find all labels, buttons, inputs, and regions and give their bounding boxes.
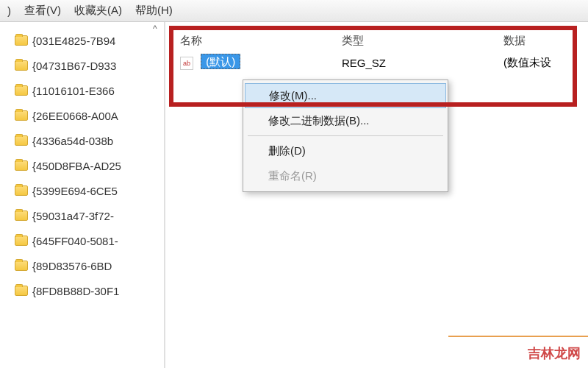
tree-panel: {031E4825-7B94 {04731B67-D933 {11016101-… [0,22,165,368]
tree-item-label: {450D8FBA-AD25 [32,160,121,172]
tree-item[interactable]: {26EE0668-A00A [0,103,164,128]
folder-icon [15,110,28,121]
menubar: ) 查看(V) 收藏夹(A) 帮助(H) [0,0,588,22]
tree-item-label: {89D83576-6BD [32,260,112,272]
string-value-icon: ab [180,57,193,70]
folder-icon [15,210,28,221]
folder-icon [15,286,28,296]
menu-item-delete[interactable]: 删除(D) [245,138,446,163]
menu-help[interactable]: 帮助(H) [135,4,173,18]
tree-item-label: {8FD8B88D-30F1 [32,285,119,297]
tree-item[interactable]: {4336a54d-038b [0,128,164,153]
tree-item[interactable]: {450D8FBA-AD25 [0,153,164,178]
tree-item-label: {26EE0668-A00A [32,110,118,122]
tree-item[interactable]: {031E4825-7B94 [0,28,164,53]
folder-icon [15,35,28,46]
cell-type: REG_SZ [342,57,503,69]
list-row[interactable]: ab (默认) REG_SZ (数值未设 [180,52,588,74]
menu-divider [248,135,443,136]
folder-icon [15,135,28,146]
menu-item-rename: 重命名(R) [245,163,446,188]
context-menu: 修改(M)... 修改二进制数据(B)... 删除(D) 重命名(R) [243,79,448,192]
folder-icon [15,236,28,246]
folder-icon [15,60,28,71]
tree-item[interactable]: {11016101-E366 [0,78,164,103]
menu-item-modify-binary[interactable]: 修改二进制数据(B)... [245,108,446,133]
list-header: 名称 类型 数据 [180,29,588,52]
watermark-text: 吉林龙网 [528,344,581,362]
menu-view[interactable]: 查看(V) [24,4,61,18]
watermark-line [448,336,588,337]
tree-item-label: {5399E694-6CE5 [32,185,118,197]
tree-item[interactable]: {5399E694-6CE5 [0,178,164,203]
menu-close-paren: ) [7,4,11,17]
tree-item[interactable]: {8FD8B88D-30F1 [0,278,164,303]
tree-item[interactable]: {89D83576-6BD [0,253,164,278]
folder-icon [15,85,28,96]
value-name-selected: (默认) [201,54,240,69]
content-area: {031E4825-7B94 {04731B67-D933 {11016101-… [0,22,588,368]
list-panel: 名称 类型 数据 ab (默认) REG_SZ (数值未设 [165,22,588,368]
menu-item-modify[interactable]: 修改(M)... [245,83,446,108]
tree-item-label: {645FF040-5081- [32,235,118,247]
cell-name: ab (默认) [180,55,342,70]
folder-icon [15,185,28,196]
tree-item-label: {4336a54d-038b [32,135,113,147]
menu-favorites[interactable]: 收藏夹(A) [74,4,122,18]
folder-icon [15,261,28,271]
scroll-up-icon[interactable]: ^ [153,24,157,34]
tree-item-label: {031E4825-7B94 [32,35,115,47]
cell-data: (数值未设 [503,56,588,70]
column-header-data[interactable]: 数据 [503,34,588,48]
folder-icon [15,160,28,171]
tree-item[interactable]: {645FF040-5081- [0,228,164,253]
tree-item[interactable]: {59031a47-3f72- [0,203,164,228]
column-header-type[interactable]: 类型 [342,34,503,48]
tree-item[interactable]: {04731B67-D933 [0,53,164,78]
tree-item-label: {11016101-E366 [32,85,115,97]
column-header-name[interactable]: 名称 [180,34,342,48]
tree-item-label: {04731B67-D933 [32,60,116,72]
tree-item-label: {59031a47-3f72- [32,210,114,222]
